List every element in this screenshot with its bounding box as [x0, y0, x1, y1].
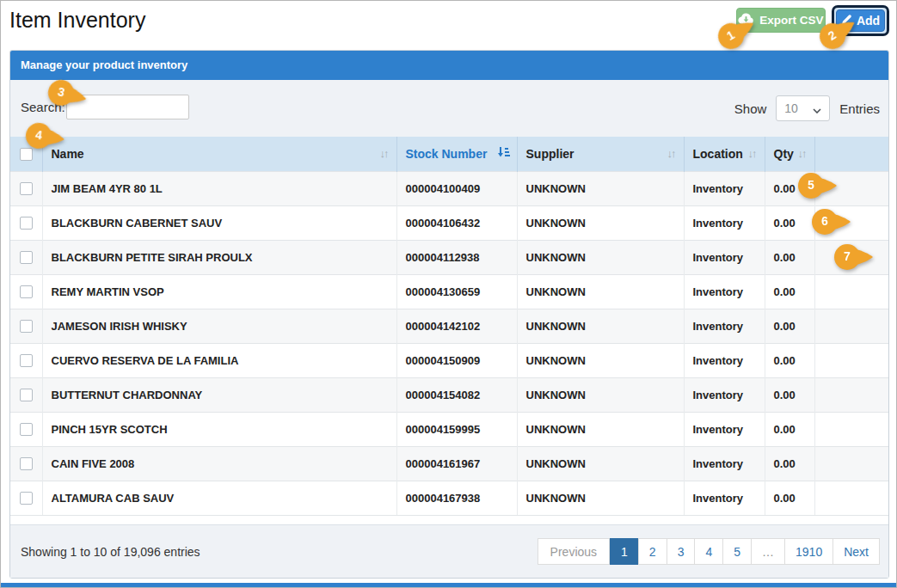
cell-qty: 0.00 [765, 205, 814, 240]
pagination-page[interactable]: 5 [722, 538, 752, 565]
callout-badge-5: 5 [798, 172, 838, 199]
table-header-row: Name↓↑ Stock Number [10, 137, 888, 171]
transfer-button[interactable] [848, 490, 866, 505]
sort-ascending-icon [498, 146, 510, 161]
cell-actions [814, 377, 888, 412]
callout-badge-7: 7 [834, 243, 874, 271]
history-button[interactable] [871, 181, 889, 196]
history-button[interactable] [871, 421, 889, 437]
bottom-accent-bar [1, 583, 896, 587]
table-row: CAIN FIVE 2008 000004161967 UNKNOWN Inve… [10, 446, 888, 481]
column-header-supplier[interactable]: Supplier↓↑ [517, 137, 684, 171]
edit-button[interactable] [826, 387, 844, 402]
row-checkbox[interactable] [20, 423, 33, 436]
add-label: Add [857, 14, 880, 28]
history-button[interactable] [871, 284, 889, 299]
pagination-previous[interactable]: Previous [538, 538, 610, 565]
cell-name: BUTTERNUT CHARDONNAY [42, 377, 396, 412]
pagination-page[interactable]: 2 [638, 538, 667, 565]
row-checkbox[interactable] [20, 492, 33, 505]
table-row: PINCH 15YR SCOTCH 000004159995 UNKNOWN I… [10, 412, 888, 446]
edit-button[interactable] [826, 421, 844, 437]
edit-button[interactable] [826, 318, 844, 334]
edit-button[interactable] [826, 456, 844, 471]
row-checkbox-cell [10, 240, 42, 274]
cell-stock-number: 000004100409 [396, 171, 517, 205]
cell-qty: 0.00 [765, 412, 814, 446]
pagination-page: … [751, 538, 785, 565]
cell-qty: 0.00 [765, 377, 814, 412]
history-button[interactable] [871, 215, 889, 230]
transfer-button[interactable] [848, 284, 866, 299]
cell-supplier: UNKNOWN [517, 205, 684, 240]
transfer-button[interactable] [848, 181, 866, 196]
row-checkbox[interactable] [20, 457, 33, 470]
row-checkbox[interactable] [20, 217, 33, 230]
pagination-next[interactable]: Next [832, 538, 880, 565]
edit-button[interactable] [826, 284, 844, 299]
table-row: BUTTERNUT CHARDONNAY 000004154082 UNKNOW… [10, 377, 888, 412]
row-checkbox-cell [10, 171, 42, 205]
row-checkbox-cell [10, 343, 42, 377]
chevron-down-icon [813, 101, 821, 116]
cell-name: CAIN FIVE 2008 [42, 446, 396, 481]
page-size-select[interactable]: 10 [776, 95, 830, 121]
transfer-button[interactable] [848, 456, 866, 471]
cell-supplier: UNKNOWN [517, 377, 684, 412]
row-checkbox[interactable] [20, 354, 33, 367]
table-row: REMY MARTIN VSOP 000004130659 UNKNOWN In… [10, 274, 888, 309]
cell-location: Inventory [684, 412, 765, 446]
cell-supplier: UNKNOWN [517, 171, 684, 205]
cell-name: ALTAMURA CAB SAUV [42, 481, 396, 515]
pagination-pages: 12345…1910 [610, 538, 833, 565]
edit-button[interactable] [826, 352, 844, 368]
cell-actions [814, 309, 888, 343]
column-header-location[interactable]: Location↓↑ [684, 137, 765, 171]
history-button[interactable] [871, 387, 889, 402]
cell-name: BLACKBURN CABERNET SAUV [42, 205, 396, 240]
transfer-button[interactable] [848, 421, 866, 437]
row-checkbox[interactable] [20, 182, 33, 195]
cell-stock-number: 000004167938 [396, 481, 517, 515]
pagination-page[interactable]: 1 [610, 538, 639, 565]
column-header-stock-number[interactable]: Stock Number [396, 137, 517, 171]
export-csv-label: Export CSV [759, 14, 823, 27]
pagination-page[interactable]: 1910 [784, 538, 833, 565]
inventory-panel: Manage your product inventory Search: Sh… [9, 50, 889, 579]
history-button[interactable] [871, 456, 889, 471]
history-button[interactable] [871, 318, 889, 334]
show-label: Show [734, 101, 767, 116]
column-header-qty[interactable]: Qty↓↑ [765, 137, 814, 171]
row-checkbox[interactable] [20, 285, 33, 298]
table-row: BLACKBURN CABERNET SAUV 000004106432 UNK… [10, 205, 888, 240]
cell-stock-number: 000004112938 [396, 240, 517, 274]
inventory-table: Name↓↑ Stock Number [10, 137, 888, 516]
column-header-name[interactable]: Name↓↑ [42, 137, 396, 171]
cell-qty: 0.00 [765, 446, 814, 481]
cell-name: CUERVO RESERVA DE LA FAMILIA [42, 343, 396, 377]
table-row: JAMESON IRISH WHISKY 000004142102 UNKNOW… [10, 309, 888, 343]
transfer-button[interactable] [848, 318, 866, 334]
row-checkbox[interactable] [20, 389, 33, 401]
cell-qty: 0.00 [765, 240, 814, 274]
cell-qty: 0.00 [765, 481, 814, 515]
row-checkbox[interactable] [20, 251, 33, 264]
row-checkbox-cell [10, 412, 42, 446]
select-all-checkbox[interactable] [20, 148, 33, 161]
row-checkbox[interactable] [20, 320, 33, 333]
cell-supplier: UNKNOWN [517, 412, 684, 446]
pagination-page[interactable]: 4 [694, 538, 723, 565]
edit-button[interactable] [826, 490, 844, 505]
history-button[interactable] [871, 352, 889, 368]
pagination-page[interactable]: 3 [667, 538, 696, 565]
history-button[interactable] [871, 490, 889, 505]
transfer-button[interactable] [848, 387, 866, 402]
row-checkbox-cell [10, 446, 42, 481]
transfer-button[interactable] [848, 352, 866, 368]
cell-stock-number: 000004154082 [396, 377, 517, 412]
cell-location: Inventory [684, 274, 765, 309]
cell-name: JIM BEAM 4YR 80 1L [42, 171, 396, 205]
callout-badge-4: 4 [24, 120, 67, 153]
table-row: JIM BEAM 4YR 80 1L 000004100409 UNKNOWN … [10, 171, 888, 205]
row-checkbox-cell [10, 205, 42, 240]
